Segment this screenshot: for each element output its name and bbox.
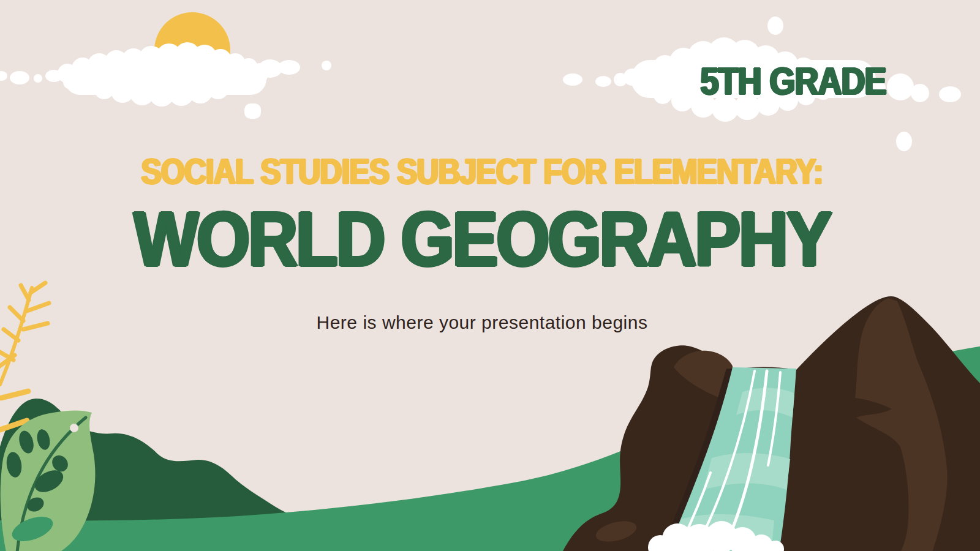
cloud-left-icon: [0, 42, 331, 119]
subtitle: Here is where your presentation begins: [0, 313, 972, 332]
presentation-slide: 5TH GRADE SOCIAL STUDIES SUBJECT FOR ELE…: [0, 0, 980, 551]
grade-badge: 5TH GRADE: [698, 62, 888, 100]
page-title: WORLD GEOGRAPHY: [0, 201, 972, 279]
kicker-heading: SOCIAL STUDIES SUBJECT FOR ELEMENTARY:: [0, 154, 972, 190]
